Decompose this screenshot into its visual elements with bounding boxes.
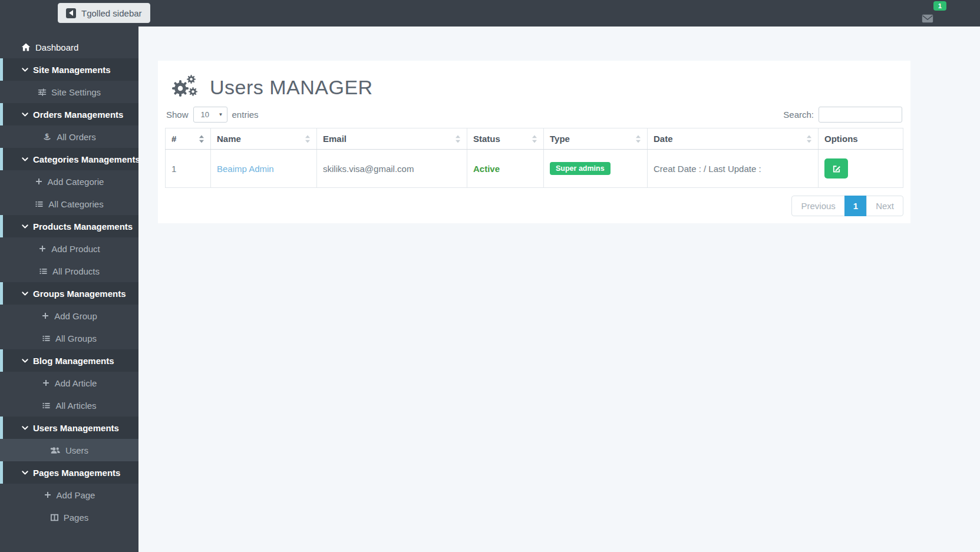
pagination: Previous 1 Next bbox=[165, 196, 903, 216]
sidebar-item-label: Users Managements bbox=[33, 423, 119, 433]
page-header: Users MANAGER bbox=[165, 74, 903, 101]
columns-icon bbox=[50, 513, 59, 522]
sidebar-item-label: Site Settings bbox=[51, 87, 101, 97]
sidebar-item-label: All Articles bbox=[55, 401, 96, 411]
sidebar-item-add-article[interactable]: Add Article bbox=[0, 372, 138, 394]
sidebar-item-pages[interactable]: Pages bbox=[0, 506, 138, 528]
sidebar-item-label: Blog Managements bbox=[33, 356, 114, 366]
page-size-value: 10 bbox=[201, 110, 209, 119]
sidebar-item-label: Site Managements bbox=[33, 65, 111, 75]
sidebar-item-orders-managements[interactable]: Orders Managements bbox=[0, 103, 138, 125]
list-icon bbox=[42, 401, 51, 410]
sidebar-item-users[interactable]: Users bbox=[0, 439, 138, 461]
select-caret-icon: ▼ bbox=[219, 112, 223, 117]
sidebar-item-label: Add Page bbox=[57, 490, 95, 500]
search-control: Search: bbox=[783, 107, 902, 123]
chevron-down-icon bbox=[21, 223, 29, 230]
sidebar-item-site-settings[interactable]: Site Settings bbox=[0, 81, 138, 103]
users-table: # Name Email Status bbox=[165, 128, 903, 188]
topbar: Tgolled sidebar 1 bbox=[0, 0, 980, 27]
sidebar-item-add-product[interactable]: Add Product bbox=[0, 237, 138, 260]
sidebar-item-label: All Orders bbox=[57, 132, 96, 142]
sort-icon bbox=[305, 134, 311, 144]
sidebar-item-pages-managements[interactable]: Pages Managements bbox=[0, 461, 138, 484]
plus-icon bbox=[35, 177, 43, 186]
column-header-date[interactable]: Date bbox=[648, 128, 819, 150]
column-label: # bbox=[171, 134, 176, 144]
sidebar-item-add-categorie[interactable]: Add Categorie bbox=[0, 170, 138, 193]
cell-date: Creat Date : / Last Update : bbox=[648, 150, 819, 188]
edit-user-button[interactable] bbox=[824, 158, 848, 179]
column-label: Type bbox=[550, 134, 570, 144]
sort-icon bbox=[532, 134, 537, 144]
pagination-page-1-button[interactable]: 1 bbox=[844, 196, 867, 216]
pagination-next-button[interactable]: Next bbox=[866, 196, 903, 216]
toggle-sidebar-label: Tgolled sidebar bbox=[81, 8, 142, 18]
sidebar-item-dashboard[interactable]: Dashboard bbox=[0, 36, 138, 58]
page-length-control: Show 10 ▼ entries bbox=[166, 107, 259, 123]
sliders-icon bbox=[38, 88, 47, 97]
sidebar-item-label: All Products bbox=[52, 266, 100, 276]
list-icon bbox=[35, 200, 44, 209]
sidebar-item-label: Add Categorie bbox=[48, 177, 104, 187]
sidebar-item-all-categories[interactable]: All Categories bbox=[0, 193, 138, 215]
chevron-down-icon bbox=[21, 290, 29, 298]
home-icon bbox=[21, 42, 31, 52]
column-label: Date bbox=[654, 134, 673, 144]
sidebar-item-products-managements[interactable]: Products Managements bbox=[0, 215, 138, 237]
column-header-name[interactable]: Name bbox=[211, 128, 317, 150]
chevron-down-icon bbox=[21, 357, 29, 365]
sidebar-item-all-groups[interactable]: All Groups bbox=[0, 327, 138, 349]
sidebar-item-site-managements[interactable]: Site Managements bbox=[0, 58, 138, 81]
column-label: Email bbox=[323, 134, 347, 144]
users-icon bbox=[50, 446, 61, 455]
edit-icon bbox=[831, 164, 842, 174]
sidebar-item-all-products[interactable]: All Products bbox=[0, 260, 138, 282]
chevron-down-icon bbox=[21, 156, 29, 163]
column-header-status[interactable]: Status bbox=[467, 128, 544, 150]
sidebar-item-label: Dashboard bbox=[35, 42, 78, 52]
messages-count-badge: 1 bbox=[933, 1, 946, 11]
sidebar-item-add-group[interactable]: Add Group bbox=[0, 305, 138, 327]
messages-button[interactable]: 1 bbox=[922, 8, 942, 23]
list-icon bbox=[39, 267, 48, 276]
page-title: Users MANAGER bbox=[210, 76, 373, 99]
chevron-down-icon bbox=[21, 111, 29, 118]
entries-label: entries bbox=[232, 110, 259, 120]
sidebar: Dashboard Site Managements Site Settings… bbox=[0, 27, 138, 552]
sidebar-item-label: Pages Managements bbox=[33, 468, 120, 478]
chevron-down-icon bbox=[21, 424, 29, 432]
page-size-select[interactable]: 10 ▼ bbox=[193, 107, 227, 123]
chevron-down-icon bbox=[21, 469, 29, 477]
sidebar-item-categories-managements[interactable]: Categories Managements bbox=[0, 148, 138, 170]
sidebar-item-add-page[interactable]: Add Page bbox=[0, 484, 138, 506]
sidebar-item-all-orders[interactable]: All Orders bbox=[0, 125, 138, 148]
sidebar-item-label: All Categories bbox=[48, 199, 103, 209]
column-header-type[interactable]: Type bbox=[544, 128, 648, 150]
column-header-email[interactable]: Email bbox=[317, 128, 467, 150]
sidebar-item-groups-managements[interactable]: Groups Managements bbox=[0, 282, 138, 305]
plus-icon bbox=[41, 312, 50, 320]
search-label: Search: bbox=[783, 110, 814, 120]
column-label: Name bbox=[217, 134, 241, 144]
sidebar-item-blog-managements[interactable]: Blog Managements bbox=[0, 349, 138, 372]
column-header-index[interactable]: # bbox=[166, 128, 211, 150]
pagination-previous-button[interactable]: Previous bbox=[791, 196, 844, 216]
sidebar-item-label: Orders Managements bbox=[33, 110, 123, 120]
table-row: 1 Beaimp Admin skiliks.visa@gmail.com Ac… bbox=[166, 150, 903, 188]
user-name-link[interactable]: Beaimp Admin bbox=[217, 164, 274, 174]
column-label: Status bbox=[473, 134, 500, 144]
plus-icon bbox=[38, 244, 47, 253]
caret-square-left-icon bbox=[66, 8, 76, 18]
toggle-sidebar-button[interactable]: Tgolled sidebar bbox=[58, 3, 150, 23]
cell-index: 1 bbox=[166, 150, 211, 188]
column-header-options: Options bbox=[819, 128, 903, 150]
list-icon bbox=[42, 334, 51, 343]
sort-icon bbox=[199, 134, 204, 144]
sidebar-item-label: Add Group bbox=[54, 311, 97, 321]
main-content: Users MANAGER Show 10 ▼ entries Search: bbox=[138, 27, 980, 552]
sidebar-item-users-managements[interactable]: Users Managements bbox=[0, 417, 138, 439]
search-input[interactable] bbox=[819, 107, 902, 123]
column-label: Options bbox=[824, 134, 858, 144]
sidebar-item-all-articles[interactable]: All Articles bbox=[0, 394, 138, 417]
